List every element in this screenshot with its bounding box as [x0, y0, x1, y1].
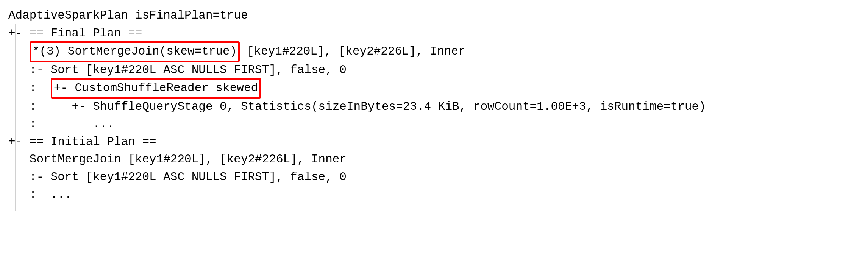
plan-line: : ... — [8, 115, 860, 133]
plan-line: AdaptiveSparkPlan isFinalPlan=true — [8, 7, 860, 25]
plan-line: +- == Final Plan == — [8, 25, 860, 42]
indent — [8, 45, 30, 58]
plan-line: : +- CustomShuffleReader skewed — [8, 79, 860, 98]
plan-line: SortMergeJoin [key1#220L], [key2#226L], … — [8, 151, 860, 169]
indent-guide — [15, 24, 16, 211]
indent: : — [8, 81, 51, 95]
plan-line: :- Sort [key1#220L ASC NULLS FIRST], fal… — [8, 169, 860, 186]
query-plan-block: AdaptiveSparkPlan isFinalPlan=true +- ==… — [8, 7, 860, 204]
plan-line: *(3) SortMergeJoin(skew=true) [key1#220L… — [8, 42, 860, 61]
plan-text: [key1#220L], [key2#226L], Inner — [240, 45, 465, 58]
plan-line: +- == Initial Plan == — [8, 133, 860, 151]
highlight-sortmergejoin-skew: *(3) SortMergeJoin(skew=true) — [30, 41, 240, 62]
plan-line: :- Sort [key1#220L ASC NULLS FIRST], fal… — [8, 61, 860, 79]
highlight-customshufflereader-skewed: +- CustomShuffleReader skewed — [51, 78, 261, 99]
plan-line: : +- ShuffleQueryStage 0, Statistics(siz… — [8, 98, 860, 116]
plan-line: : ... — [8, 186, 860, 204]
